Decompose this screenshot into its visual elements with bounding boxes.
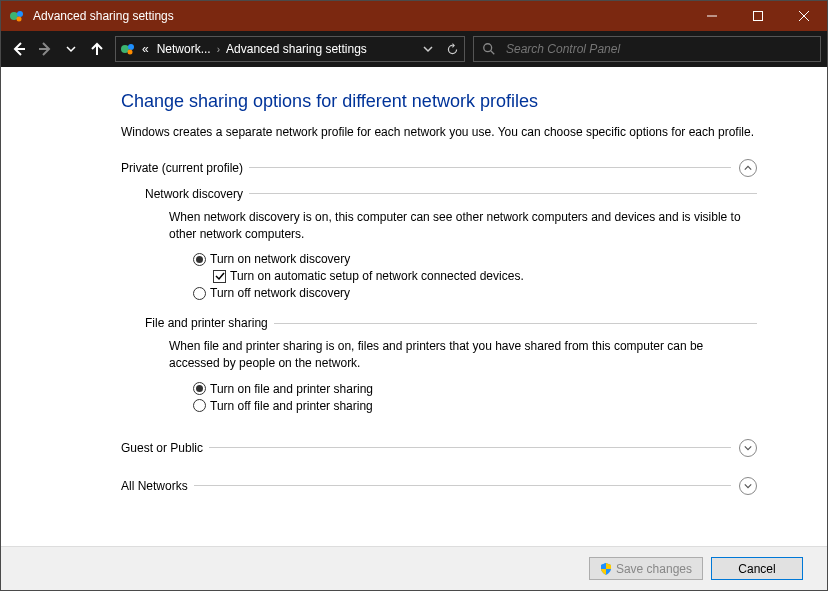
- history-dropdown-button[interactable]: [59, 37, 83, 61]
- divider: [209, 447, 731, 448]
- title-bar: Advanced sharing settings: [1, 1, 827, 31]
- navigation-bar: « Network... › Advanced sharing settings: [1, 31, 827, 67]
- radio-label: Turn on file and printer sharing: [210, 382, 373, 396]
- cancel-button[interactable]: Cancel: [711, 557, 803, 580]
- chevron-down-icon: [744, 482, 752, 490]
- address-bar[interactable]: « Network... › Advanced sharing settings: [115, 36, 465, 62]
- expand-button-guest[interactable]: [739, 439, 757, 457]
- radio-option-fp-off[interactable]: Turn off file and printer sharing: [193, 399, 757, 413]
- divider: [249, 167, 731, 168]
- collapse-button-private[interactable]: [739, 159, 757, 177]
- group-label-file-printer: File and printer sharing: [145, 316, 268, 330]
- checkbox-option-nd-auto[interactable]: Turn on automatic setup of network conne…: [213, 269, 757, 283]
- radio-icon: [193, 382, 206, 395]
- button-label: Cancel: [738, 562, 775, 576]
- svg-rect-4: [754, 12, 763, 21]
- chevron-down-icon: [744, 444, 752, 452]
- radio-option-fp-on[interactable]: Turn on file and printer sharing: [193, 382, 757, 396]
- svg-point-12: [128, 50, 133, 55]
- checkbox-icon: [213, 270, 226, 283]
- search-icon: [482, 42, 496, 56]
- window-title: Advanced sharing settings: [33, 9, 689, 23]
- group-network-discovery: Network discovery When network discovery…: [145, 187, 757, 301]
- location-icon: [120, 41, 136, 57]
- radio-icon: [193, 287, 206, 300]
- search-input[interactable]: [506, 42, 812, 56]
- refresh-button[interactable]: [440, 37, 464, 61]
- checkbox-label: Turn on automatic setup of network conne…: [230, 269, 524, 283]
- back-button[interactable]: [7, 37, 31, 61]
- radio-option-nd-on[interactable]: Turn on network discovery: [193, 252, 757, 266]
- save-changes-button[interactable]: Save changes: [589, 557, 703, 580]
- radio-icon: [193, 253, 206, 266]
- svg-point-1: [17, 11, 23, 17]
- svg-point-13: [484, 44, 492, 52]
- button-label: Save changes: [616, 562, 692, 576]
- profile-label-private: Private (current profile): [121, 161, 243, 175]
- control-panel-icon: [9, 8, 25, 24]
- search-box[interactable]: [473, 36, 821, 62]
- breadcrumb-overflow[interactable]: «: [138, 42, 153, 56]
- radio-label: Turn off network discovery: [210, 286, 350, 300]
- page-title: Change sharing options for different net…: [121, 91, 757, 112]
- profile-label-guest: Guest or Public: [121, 441, 203, 455]
- page-description: Windows creates a separate network profi…: [121, 124, 757, 141]
- radio-label: Turn on network discovery: [210, 252, 350, 266]
- radio-icon: [193, 399, 206, 412]
- content-area: Change sharing options for different net…: [1, 67, 827, 546]
- group-label-network-discovery: Network discovery: [145, 187, 243, 201]
- chevron-right-icon: ›: [215, 44, 222, 55]
- radio-label: Turn off file and printer sharing: [210, 399, 373, 413]
- up-button[interactable]: [85, 37, 109, 61]
- svg-point-11: [128, 44, 134, 50]
- chevron-up-icon: [744, 164, 752, 172]
- breadcrumb-current[interactable]: Advanced sharing settings: [222, 42, 371, 56]
- divider: [274, 323, 757, 324]
- maximize-button[interactable]: [735, 1, 781, 31]
- svg-line-14: [491, 51, 495, 55]
- address-dropdown-button[interactable]: [416, 37, 440, 61]
- profile-header-guest[interactable]: Guest or Public: [121, 439, 757, 457]
- group-desc-file-printer: When file and printer sharing is on, fil…: [169, 338, 757, 372]
- svg-point-2: [17, 17, 22, 22]
- forward-button[interactable]: [33, 37, 57, 61]
- close-button[interactable]: [781, 1, 827, 31]
- divider: [249, 193, 757, 194]
- breadcrumb-network[interactable]: Network...: [153, 42, 215, 56]
- profile-label-all-networks: All Networks: [121, 479, 188, 493]
- group-file-printer-sharing: File and printer sharing When file and p…: [145, 316, 757, 413]
- expand-button-all-networks[interactable]: [739, 477, 757, 495]
- group-desc-network-discovery: When network discovery is on, this compu…: [169, 209, 757, 243]
- uac-shield-icon: [600, 563, 612, 575]
- minimize-button[interactable]: [689, 1, 735, 31]
- divider: [194, 485, 731, 486]
- profile-header-private[interactable]: Private (current profile): [121, 159, 757, 177]
- radio-option-nd-off[interactable]: Turn off network discovery: [193, 286, 757, 300]
- profile-header-all-networks[interactable]: All Networks: [121, 477, 757, 495]
- footer-bar: Save changes Cancel: [1, 546, 827, 590]
